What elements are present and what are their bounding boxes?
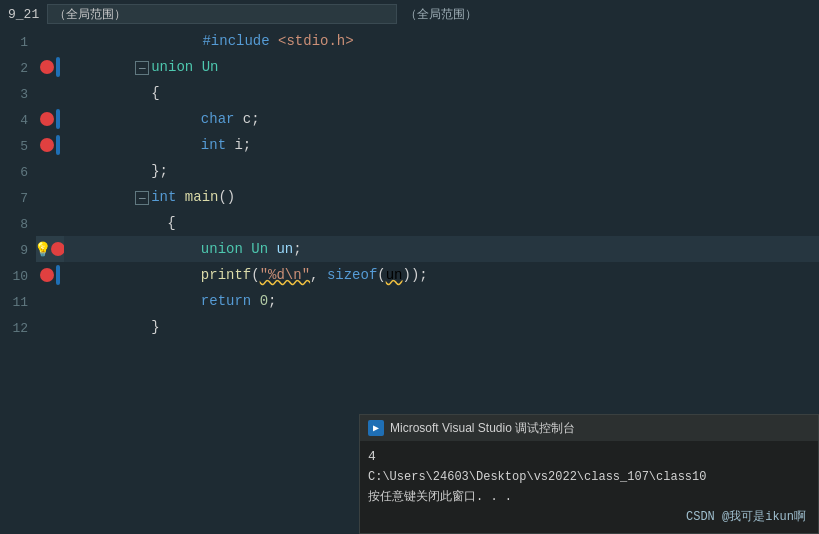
gutter-12 xyxy=(36,314,64,340)
gutter-3 xyxy=(36,80,64,106)
line-num-8: 8 xyxy=(0,212,28,238)
indicator-bar xyxy=(56,135,60,155)
line-num-4: 4 xyxy=(0,108,28,134)
gutter-8 xyxy=(36,210,64,236)
scope-dropdown[interactable]: （全局范围） xyxy=(47,4,397,24)
line-num-6: 6 xyxy=(0,160,28,186)
code-line-12: } xyxy=(64,314,819,340)
line-num-11: 11 xyxy=(0,290,28,316)
gutter-6 xyxy=(36,158,64,184)
debug-csdn: CSDN @我可是ikun啊 xyxy=(368,507,810,527)
line-num-12: 12 xyxy=(0,316,28,342)
breakpoint-dot[interactable] xyxy=(40,60,54,74)
line-num-2: 2 xyxy=(0,56,28,82)
debug-console-body: 4 C:\Users\24603\Desktop\vs2022\class_10… xyxy=(360,441,818,533)
indicator-bar xyxy=(56,109,60,129)
debug-output-2: C:\Users\24603\Desktop\vs2022\class_107\… xyxy=(368,467,810,487)
breakpoint-dot[interactable] xyxy=(40,268,54,282)
gutter-10[interactable] xyxy=(36,262,64,288)
gutter-5[interactable] xyxy=(36,132,64,158)
top-bar: 9_21 （全局范围） （全局范围） xyxy=(0,0,819,28)
line-num-1: 1 xyxy=(0,30,28,56)
gutter-4[interactable] xyxy=(36,106,64,132)
indicator-bar xyxy=(56,57,60,77)
line-num-9: 9 xyxy=(0,238,28,264)
gutter-2[interactable] xyxy=(36,54,64,80)
breakpoint-dot[interactable] xyxy=(40,138,54,152)
debug-title-text: Microsoft Visual Studio 调试控制台 xyxy=(390,420,575,437)
gutter-9[interactable]: 💡 xyxy=(36,236,64,262)
line-num-5: 5 xyxy=(0,134,28,160)
debug-console: ▶ Microsoft Visual Studio 调试控制台 4 C:\Use… xyxy=(359,414,819,534)
code-line-2: —union Un xyxy=(64,54,819,80)
debug-output-1: 4 xyxy=(368,447,810,467)
breakpoint-dot[interactable] xyxy=(51,242,65,256)
code-text-12: } xyxy=(68,288,160,366)
code-line-5: int i; xyxy=(64,132,819,158)
gutter: 💡 xyxy=(36,28,64,534)
vs-icon: ▶ xyxy=(368,420,384,436)
line-num-10: 10 xyxy=(0,264,28,290)
line-num-3: 3 xyxy=(0,82,28,108)
lightbulb-icon[interactable]: 💡 xyxy=(34,241,51,258)
line-numbers: 1 2 3 4 5 6 7 8 9 10 11 12 xyxy=(0,28,36,534)
gutter-1 xyxy=(36,28,64,54)
debug-output-3: 按任意键关闭此窗口. . . xyxy=(368,487,810,507)
scope-label: （全局范围） xyxy=(405,6,477,23)
line-num-7: 7 xyxy=(0,186,28,212)
code-line-11: return 0; xyxy=(64,288,819,314)
debug-console-title-bar[interactable]: ▶ Microsoft Visual Studio 调试控制台 xyxy=(360,415,818,441)
code-line-7: —int main() xyxy=(64,184,819,210)
indicator-bar xyxy=(56,265,60,285)
gutter-7 xyxy=(36,184,64,210)
breakpoint-dot[interactable] xyxy=(40,112,54,126)
filename-label: 9_21 xyxy=(8,7,39,22)
gutter-11 xyxy=(36,288,64,314)
